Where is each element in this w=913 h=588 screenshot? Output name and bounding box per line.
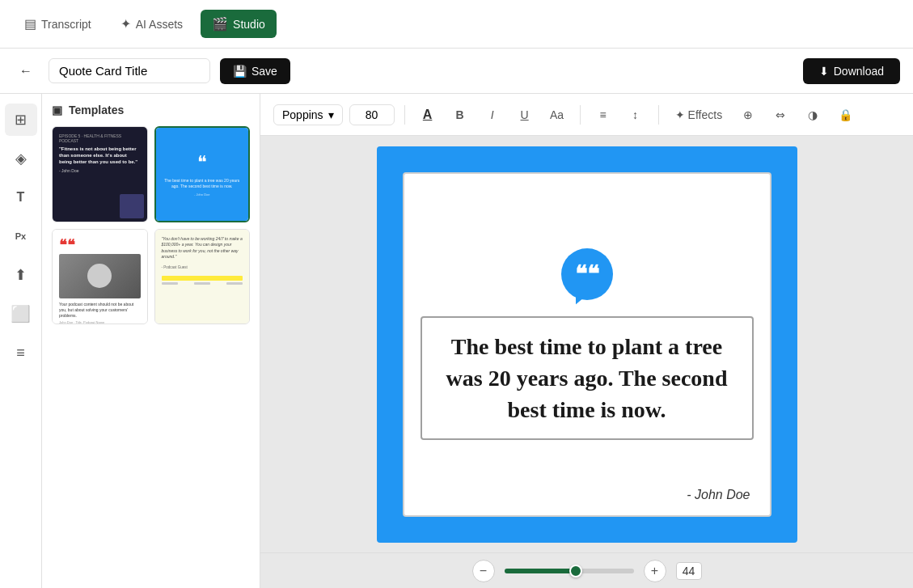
case-icon: Aa <box>550 108 564 121</box>
divider <box>404 105 405 125</box>
template-item[interactable]: "You don't have to be working 24/7 to ma… <box>154 229 251 325</box>
layers-icon: ≡ <box>16 345 25 362</box>
tab-ai-assets[interactable]: ✦ AI Assets <box>109 10 194 38</box>
bold-button[interactable]: B <box>447 102 473 128</box>
spacing-button[interactable]: ⇔ <box>767 102 793 128</box>
zoom-out-button[interactable]: − <box>472 560 495 582</box>
canvas-wrapper: ❝❝ The best time to plant a tree was 20 … <box>260 136 913 552</box>
zoom-value: 44 <box>676 562 702 580</box>
effects-label: Effects <box>688 108 723 121</box>
editor-area: Poppins ▾ A B I U Aa ≡ <box>260 94 913 588</box>
template-author: - John Doe <box>59 168 141 173</box>
template-text: Your podcast content should not be about… <box>59 302 141 319</box>
zoom-out-icon: − <box>480 564 487 578</box>
font-size-input[interactable] <box>349 104 395 125</box>
lock-button[interactable]: 🔒 <box>832 102 858 128</box>
text-color-button[interactable]: A <box>415 102 441 128</box>
template-text: The best time to plant a tree was 20 yea… <box>163 178 243 189</box>
quote-text: The best time to plant a tree was 20 yea… <box>438 331 736 426</box>
layers-button[interactable]: ⊕ <box>735 102 761 128</box>
save-label: Save <box>251 65 277 78</box>
template-item[interactable]: EPISODE 5 · HEALTH & FITNESS PODCAST "Fi… <box>52 126 148 222</box>
template-grid: EPISODE 5 · HEALTH & FITNESS PODCAST "Fi… <box>52 126 250 324</box>
bold-icon: B <box>456 108 464 121</box>
underline-button[interactable]: U <box>512 102 538 128</box>
template-image <box>59 254 141 298</box>
templates-icon: ⊞ <box>15 111 27 129</box>
spacing-icon: ⇔ <box>776 108 785 121</box>
templates-panel: ▣ Templates EPISODE 5 · HEALTH & FITNESS… <box>42 94 260 588</box>
pexels-icon: Px <box>15 231 26 241</box>
elements-icon: ◈ <box>15 150 27 167</box>
download-label: Download <box>834 65 884 78</box>
top-nav: ▤ Transcript ✦ AI Assets 🎬 Studio <box>0 0 913 49</box>
template-author: John Doe · Title, Podcast Name <box>59 320 141 324</box>
sidebar-item-layers[interactable]: ≡ <box>5 336 37 369</box>
zoom-in-icon: + <box>651 564 658 578</box>
template-text: "Fitness is not about being better than … <box>59 146 141 165</box>
back-button[interactable]: ← <box>13 58 39 84</box>
align-button[interactable]: ≡ <box>590 102 616 128</box>
save-button[interactable]: 💾 Save <box>220 58 290 84</box>
tab-studio-label: Studio <box>233 18 265 31</box>
quote-icon-circle: ❝❝ <box>561 248 613 300</box>
zoom-bar: − + 44 <box>260 552 913 588</box>
templates-header-label: Templates <box>69 104 124 116</box>
icon-sidebar: ⊞ ◈ T Px ⬆ ⬜ ≡ <box>0 94 42 588</box>
text-color-icon: A <box>423 108 433 122</box>
template-item[interactable]: ❝ The best time to plant a tree was 20 y… <box>154 126 251 222</box>
font-name: Poppins <box>282 108 323 121</box>
template-image <box>120 194 144 218</box>
effects-button[interactable]: ✦ Effects <box>669 105 729 125</box>
canvas-card: ❝❝ The best time to plant a tree was 20 … <box>377 146 797 543</box>
sidebar-item-templates[interactable]: ⊞ <box>5 104 37 136</box>
zoom-slider-track[interactable] <box>505 569 634 573</box>
tab-studio[interactable]: 🎬 Studio <box>201 10 277 38</box>
chevron-down-icon: ▾ <box>328 108 334 121</box>
zoom-in-button[interactable]: + <box>644 560 666 582</box>
sidebar-item-frames[interactable]: ⬜ <box>5 298 37 330</box>
ai-assets-icon: ✦ <box>120 16 131 32</box>
sidebar-item-upload[interactable]: ⬆ <box>5 259 37 291</box>
template-author: - John Doe <box>194 192 210 197</box>
toolbar: Poppins ▾ A B I U Aa ≡ <box>260 94 913 136</box>
save-icon: 💾 <box>233 65 247 78</box>
templates-header: ▣ Templates <box>52 104 250 116</box>
download-icon: ⬇ <box>819 65 829 78</box>
quote-mark: ❝❝ <box>59 236 141 254</box>
sidebar-item-text[interactable]: T <box>5 181 37 214</box>
case-button[interactable]: Aa <box>544 102 570 128</box>
italic-icon: I <box>491 108 494 121</box>
quote-circle-icon: ❝ <box>197 152 207 173</box>
template-text: "You don't have to be working 24/7 to ma… <box>162 236 243 260</box>
layers-icon: ⊕ <box>743 108 753 121</box>
line-height-icon: ↕ <box>632 108 638 121</box>
sidebar-item-elements[interactable]: ◈ <box>5 142 37 175</box>
underline-icon: U <box>521 108 529 121</box>
header-bar: ← 💾 Save ⬇ Download <box>0 49 913 94</box>
templates-header-icon: ▣ <box>52 104 62 116</box>
italic-button[interactable]: I <box>480 102 505 128</box>
font-select[interactable]: Poppins ▾ <box>273 104 343 125</box>
effects-sparkle-icon: ✦ <box>675 108 685 121</box>
zoom-slider-thumb[interactable] <box>569 565 582 577</box>
template-bar <box>162 276 243 281</box>
template-label: EPISODE 5 · HEALTH & FITNESS PODCAST <box>59 133 141 143</box>
tab-transcript-label: Transcript <box>41 18 91 31</box>
author-text: - John Doe <box>687 488 750 502</box>
upload-icon: ⬆ <box>15 266 27 284</box>
divider <box>580 105 581 125</box>
studio-icon: 🎬 <box>212 16 228 32</box>
line-height-button[interactable]: ↕ <box>623 102 649 128</box>
title-input[interactable] <box>49 58 210 83</box>
quote-marks-icon: ❝❝ <box>575 263 599 286</box>
quote-text-box[interactable]: The best time to plant a tree was 20 yea… <box>421 316 754 441</box>
template-item[interactable]: ❝❝ Your podcast content should not be ab… <box>52 229 148 325</box>
contrast-button[interactable]: ◑ <box>800 102 826 128</box>
frames-icon: ⬜ <box>11 304 31 324</box>
download-button[interactable]: ⬇ Download <box>803 58 900 84</box>
text-icon: T <box>17 190 25 205</box>
tab-transcript[interactable]: ▤ Transcript <box>13 10 103 38</box>
template-footer <box>162 282 243 285</box>
sidebar-item-pexels[interactable]: Px <box>5 220 37 252</box>
